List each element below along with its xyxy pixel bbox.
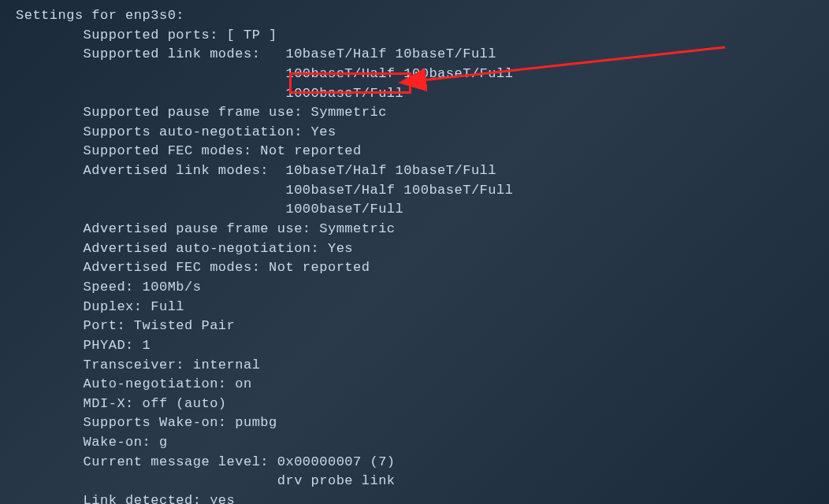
terminal-line-phyad: PHYAD: 1 [16,336,813,356]
terminal-line-auto-negotiation: Supports auto-negotiation: Yes [16,123,813,143]
terminal-line-port: Port: Twisted Pair [16,317,813,336]
terminal-line-advertised-link-modes: Advertised link modes: 10baseT/Half 10ba… [16,161,813,181]
terminal-line-wake-on: Wake-on: g [16,433,813,453]
terminal-line-supports-wake: Supports Wake-on: pumbg [16,413,813,433]
terminal-line-supported-link-modes: Supported link modes: 10baseT/Half 10bas… [16,45,813,65]
terminal-line-fec-modes: Supported FEC modes: Not reported [16,142,813,161]
terminal-line: drv probe link [16,472,813,491]
terminal-line-duplex: Duplex: Full [16,298,813,317]
terminal-line-link-detected: Link detected: yes [16,491,813,504]
terminal-line-header: Settings for enp3s0: [16,6,813,26]
terminal-line: 1000baseT/Full [16,200,813,220]
terminal-line-advertised-pause: Advertised pause frame use: Symmetric [16,220,813,239]
terminal-line-advertised-fec: Advertised FEC modes: Not reported [16,258,813,278]
terminal-line-speed: Speed: 100Mb/s [16,278,813,298]
terminal-line-advertised-auto-neg: Advertised auto-negotiation: Yes [16,239,813,259]
terminal-line-message-level: Current message level: 0x00000007 (7) [16,453,813,472]
terminal-line: 100baseT/Half 100baseT/Full [16,65,813,84]
terminal-line: 100baseT/Half 100baseT/Full [16,181,813,201]
terminal-line-supported-ports: Supported ports: [ TP ] [16,26,813,46]
terminal-line-auto-neg: Auto-negotiation: on [16,375,813,395]
terminal-line-mdix: MDI-X: off (auto) [16,395,813,414]
terminal-line-transceiver: Transceiver: internal [16,356,813,376]
terminal-line-highlighted: 1000baseT/Full [16,84,813,104]
terminal-line-pause-frame: Supported pause frame use: Symmetric [16,103,813,123]
